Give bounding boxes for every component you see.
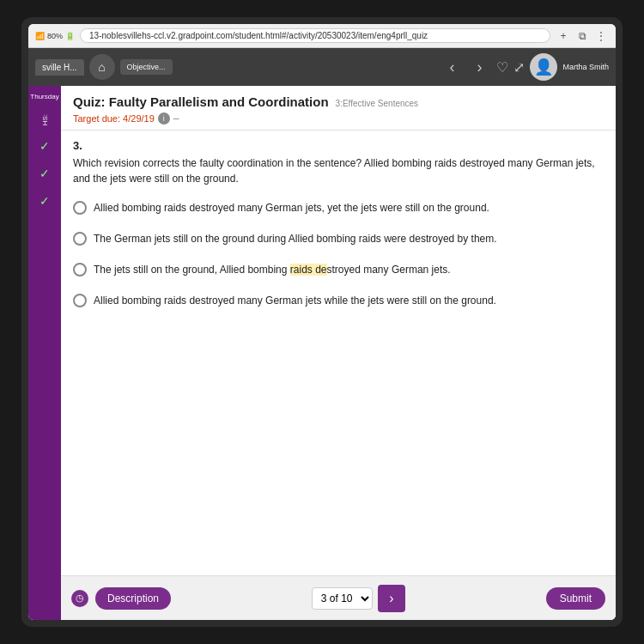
answer-option-b[interactable]: The German jets still on the ground duri… — [73, 231, 604, 246]
menu-button[interactable]: ⋮ — [593, 28, 609, 44]
main-content: Quiz: Faulty Parallelism and Coordinatio… — [61, 86, 616, 620]
nav-tab-active[interactable]: sville H... — [35, 59, 84, 76]
sidebar-check-2: ✓ — [39, 167, 50, 180]
battery-icon: 🔋 — [65, 32, 75, 40]
target-due: Target due: 4/29/19 i – — [73, 112, 604, 125]
app-nav: sville H... ⌂ Objective... ‹ › ♡ ⤢ 👤 Mar… — [28, 48, 616, 86]
submit-button[interactable]: Submit — [546, 587, 605, 610]
sidebar-check-1: ✓ — [39, 139, 50, 153]
next-button[interactable]: › — [378, 585, 405, 612]
answer-text-a: Allied bombing raids destroyed many Germ… — [94, 200, 489, 216]
highlight-text: raids de — [290, 264, 327, 276]
answer-option-a[interactable]: Allied bombing raids destroyed many Germ… — [73, 200, 604, 216]
sidebar-day-label: Thursday — [30, 93, 58, 100]
answer-option-c[interactable]: The jets still on the ground, Allied bom… — [73, 262, 604, 277]
objectives-button[interactable]: Objective... — [120, 59, 173, 75]
sidebar-check-3: ✓ — [39, 194, 50, 208]
description-button[interactable]: Description — [95, 587, 171, 610]
url-bar[interactable]: 13-noblesvillehs-ccl.v2.gradpoint.com/st… — [80, 28, 550, 43]
back-button[interactable]: ‹ — [440, 55, 464, 79]
content-area: Thursday HS: ✓ ✓ ✓ Quiz: Faulty Parallel… — [28, 86, 616, 620]
radio-option-c[interactable] — [73, 263, 87, 276]
radio-option-b[interactable] — [73, 232, 87, 246]
nav-arrows: ‹ › — [440, 55, 491, 79]
clock-button[interactable]: ◷ — [71, 590, 88, 607]
sidebar: Thursday HS: ✓ ✓ ✓ — [28, 86, 61, 620]
status-bar: 📶 80% 🔋 — [35, 32, 75, 40]
question-number: 3. — [73, 139, 604, 152]
device-frame: 📶 80% 🔋 13-noblesvillehs-ccl.v2.gradpoin… — [21, 17, 623, 627]
screen: 📶 80% 🔋 13-noblesvillehs-ccl.v2.gradpoin… — [28, 24, 616, 620]
bottom-toolbar: ◷ Description 3 of 10 › Submit — [61, 575, 616, 620]
radio-option-d[interactable] — [73, 294, 87, 307]
quiz-header: Quiz: Faulty Parallelism and Coordinatio… — [61, 86, 616, 131]
wifi-icon: 📶 — [35, 32, 45, 40]
tabs-button[interactable]: ⧉ — [574, 28, 590, 44]
browser-icons: + ⧉ ⋮ — [556, 28, 609, 44]
avatar: 👤 — [530, 53, 557, 81]
forward-button[interactable]: › — [467, 55, 491, 79]
heart-button[interactable]: ♡ — [496, 59, 508, 76]
browser-bar: 📶 80% 🔋 13-noblesvillehs-ccl.v2.gradpoin… — [28, 24, 616, 48]
expand-button[interactable]: ⤢ — [513, 59, 525, 76]
answer-text-b: The German jets still on the ground duri… — [94, 231, 497, 246]
home-button[interactable]: ⌂ — [89, 54, 115, 80]
minimize-button[interactable]: – — [173, 112, 179, 125]
info-icon[interactable]: i — [158, 112, 170, 125]
answer-text-d: Allied bombing raids destroyed many Germ… — [94, 293, 496, 308]
quiz-title-text: Quiz: Faulty Parallelism and Coordinatio… — [73, 94, 329, 109]
question-text: Which revision corrects the faulty coord… — [73, 155, 604, 186]
page-select-wrapper: 3 of 10 › — [178, 585, 539, 612]
answer-option-d[interactable]: Allied bombing raids destroyed many Germ… — [73, 293, 604, 308]
battery-label: 80% — [47, 32, 63, 40]
target-due-text: Target due: 4/29/19 — [73, 113, 155, 124]
user-name: Martha Smith — [562, 63, 609, 72]
add-tab-button[interactable]: + — [556, 28, 571, 44]
sidebar-section-label: HS: — [41, 114, 49, 125]
quiz-title: Quiz: Faulty Parallelism and Coordinatio… — [73, 94, 604, 109]
radio-option-a[interactable] — [73, 201, 87, 215]
page-selector[interactable]: 3 of 10 — [312, 587, 373, 610]
answer-text-c: The jets still on the ground, Allied bom… — [94, 262, 451, 277]
quiz-body: 3. Which revision corrects the faulty co… — [61, 131, 616, 575]
quiz-subtitle: 3:Effective Sentences — [336, 99, 419, 108]
